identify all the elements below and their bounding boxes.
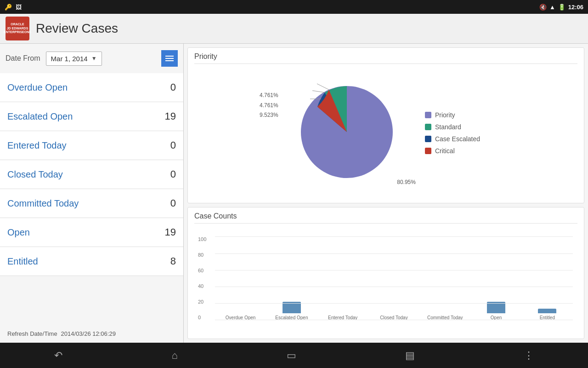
metric-label-4: Committed Today (7, 198, 79, 209)
metric-label-2: Entered Today (7, 140, 67, 151)
metric-label-5: Open (7, 227, 30, 238)
priority-chart-title: Priority (194, 52, 577, 64)
legend-case-escalated: Case Escalated (425, 135, 480, 143)
main-content: Date From Mar 1, 2014 ▼ Overdue Open 0Es… (0, 44, 588, 343)
home-button[interactable]: ⌂ (162, 346, 187, 365)
metric-value-0: 0 (170, 81, 176, 93)
metric-item-entitled[interactable]: Entitled 8 (0, 247, 183, 276)
sidebar: Date From Mar 1, 2014 ▼ Overdue Open 0Es… (0, 44, 184, 343)
mute-icon: 🔇 (539, 4, 547, 11)
bar-chart-title: Case Counts (194, 212, 577, 224)
metric-value-3: 0 (170, 168, 176, 180)
menu-line-2 (165, 58, 174, 59)
more-button[interactable]: ⋮ (514, 346, 543, 365)
right-panel: Priority 4.761% 4.761% 9.523% (184, 44, 588, 343)
clock: 12:06 (568, 4, 583, 11)
date-value: Mar 1, 2014 (51, 55, 88, 63)
metric-value-2: 0 (170, 139, 176, 151)
refresh-value: 2014/03/26 12:06:29 (61, 330, 116, 337)
pointer-line-2 (312, 91, 325, 92)
pie-bottom-label: 80.95% (397, 179, 416, 185)
label-standard-pct: 9.523% (260, 110, 278, 121)
bottom-nav: ↶ ⌂ ▭ ▤ ⋮ (0, 343, 588, 368)
legend-label-priority: Priority (435, 111, 455, 119)
menu-line-3 (165, 60, 174, 61)
wifi-icon: ▲ (549, 4, 555, 11)
key-icon: 🔑 (5, 4, 12, 11)
menu-button[interactable] (161, 50, 178, 67)
date-input[interactable]: Mar 1, 2014 ▼ (46, 52, 102, 66)
screenshot-button[interactable]: ▤ (396, 346, 424, 365)
menu-line-1 (165, 56, 174, 57)
legend-label-standard: Standard (435, 123, 461, 131)
legend-priority: Priority (425, 111, 480, 119)
oracle-logo: ORACLEJD EDWARDSENTERPRISEONE (6, 17, 29, 40)
refresh-label: Refresh Date/Time (7, 330, 57, 337)
status-bar-left: 🔑 🖼 (5, 4, 22, 11)
legend: Priority Standard Case Escalated Critica… (425, 111, 480, 155)
legend-standard: Standard (425, 123, 480, 131)
metric-item-closed-today[interactable]: Closed Today 0 (0, 160, 183, 189)
bar-chart-area: 0 20 40 60 80 100 (194, 227, 577, 334)
pie-svg (292, 81, 402, 183)
label-escalated-pct: 4.761% (260, 101, 278, 111)
recents-button[interactable]: ▭ (277, 346, 305, 365)
legend-color-standard (425, 124, 431, 130)
legend-color-case-escalated (425, 136, 431, 142)
metric-item-overdue-open[interactable]: Overdue Open 0 (0, 73, 183, 102)
metric-item-committed-today[interactable]: Committed Today 0 (0, 189, 183, 218)
date-from-label: Date From (6, 54, 40, 63)
y-axis-labels: 0 20 40 60 80 100 (198, 236, 206, 320)
legend-critical: Critical (425, 147, 480, 155)
legend-label-critical: Critical (435, 147, 455, 155)
metric-label-1: Escalated Open (7, 111, 73, 122)
metric-label-3: Closed Today (7, 169, 63, 180)
date-row: Date From Mar 1, 2014 ▼ (0, 44, 183, 73)
pointer-line-1 (317, 84, 329, 90)
date-arrow-icon: ▼ (91, 55, 97, 62)
metrics-list: Overdue Open 0Escalated Open 19Entered T… (0, 73, 183, 325)
image-icon: 🖼 (16, 4, 22, 11)
pie-svg-wrapper: 4.761% 4.761% 9.523% (292, 81, 402, 184)
label-critical-pct: 4.761% (260, 91, 278, 101)
metric-item-entered-today[interactable]: Entered Today 0 (0, 131, 183, 160)
bar-chart-section: Case Counts 0 20 40 60 80 100 (187, 207, 584, 339)
metric-label-6: Entitled (7, 256, 38, 267)
refresh-row: Refresh Date/Time 2014/03/26 12:06:29 (0, 325, 183, 343)
grid-lines (215, 236, 573, 320)
metric-value-4: 0 (170, 197, 176, 209)
priority-chart-section: Priority 4.761% 4.761% 9.523% (187, 47, 584, 203)
status-bar: 🔑 🖼 🔇 ▲ 🔋 12:06 (0, 0, 588, 14)
pie-container: 4.761% 4.761% 9.523% (194, 68, 577, 198)
metric-item-open[interactable]: Open 19 (0, 218, 183, 247)
metric-item-escalated-open[interactable]: Escalated Open 19 (0, 102, 183, 131)
app-title: Review Cases (36, 21, 118, 36)
metric-value-6: 8 (170, 255, 176, 267)
metric-value-1: 19 (165, 110, 176, 122)
legend-color-critical (425, 148, 431, 154)
status-bar-right: 🔇 ▲ 🔋 12:06 (539, 4, 583, 11)
pie-left-labels: 4.761% 4.761% 9.523% (260, 91, 278, 121)
metric-label-0: Overdue Open (7, 82, 68, 93)
battery-icon: 🔋 (558, 4, 565, 11)
back-button[interactable]: ↶ (45, 346, 72, 365)
legend-color-priority (425, 112, 431, 118)
metric-value-5: 19 (165, 226, 176, 238)
bar-chart-inner: 0 20 40 60 80 100 (194, 227, 577, 334)
legend-label-case-escalated: Case Escalated (435, 135, 480, 143)
app-header: ORACLEJD EDWARDSENTERPRISEONE Review Cas… (0, 14, 588, 44)
